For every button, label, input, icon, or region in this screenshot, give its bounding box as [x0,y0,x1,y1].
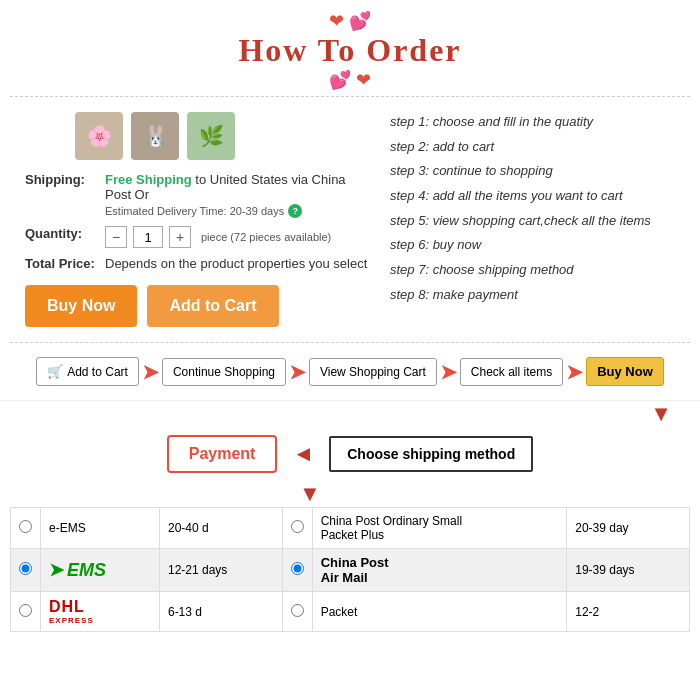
radio-cell-airmail [282,549,312,592]
flow-view-cart-label: View Shopping Cart [320,365,426,379]
quantity-increase-button[interactable]: + [169,226,191,248]
ship-name-ems-ordinary: e-EMS [41,508,160,549]
free-shipping-text: Free Shipping [105,172,192,187]
flow-continue-shopping-label: Continue Shopping [173,365,275,379]
heart-deco-right: 💕 ❤ [329,70,371,90]
product-panel: 🌸 🐰 🌿 Shipping: Free Shipping to United … [20,102,380,337]
page-header: ❤ 💕 How To Order 💕 ❤ [0,0,700,96]
quantity-value: − + piece (72 pieces available) [105,226,375,248]
step-8: step 8: make payment [390,283,670,308]
arrow-3: ➤ [440,360,457,384]
product-image-3: 🌿 [187,112,235,160]
ship-time-packet: 12-2 [567,592,690,632]
ems-arrow: ➤ [49,559,64,581]
table-row: DHLEXPRESS 6-13 d Packet 12-2 [11,592,690,632]
quantity-note: piece (72 pieces available) [201,231,331,243]
ems-text: EMS [67,560,106,581]
shipping-label: Shipping: [25,172,105,187]
ship-time-airmail: 19-39 days [567,549,690,592]
radio-cell-ems [11,549,41,592]
left-arrow-icon: ◄ [292,441,314,467]
flow-buy-now-button[interactable]: Buy Now [586,357,664,386]
radio-cell-right [282,508,312,549]
dhl-express-text: EXPRESS [49,616,151,625]
radio-dhl[interactable] [19,604,32,617]
product-image-2: 🐰 [131,112,179,160]
table-row: e-EMS 20-40 d China Post Ordinary SmallP… [11,508,690,549]
flow-check-items-button[interactable]: Check all items [460,358,563,386]
steps-panel: step 1: choose and fill in the quatity s… [380,102,680,337]
shipping-table: e-EMS 20-40 d China Post Ordinary SmallP… [10,507,690,632]
quantity-label: Quantity: [25,226,105,241]
shipping-value: Free Shipping to United States via China… [105,172,375,218]
arrow-2: ➤ [289,360,306,384]
table-row: ➤ EMS 12-21 days China PostAir Mail 19-3… [11,549,690,592]
payment-row: Payment ◄ Choose shipping method [0,427,700,481]
down-arrow-icon: ▼ [650,401,672,427]
choose-shipping-box[interactable]: Choose shipping method [329,436,533,472]
total-price-label: Total Price: [25,256,105,271]
flow-check-items-label: Check all items [471,365,552,379]
ship-time-dhl: 6-13 d [159,592,282,632]
arrow-4: ➤ [566,360,583,384]
buy-now-button[interactable]: Buy Now [25,285,137,327]
product-image-1: 🌸 [75,112,123,160]
shipping-main-text: Free Shipping to United States via China… [105,172,346,202]
ship-logo-dhl: DHLEXPRESS [41,592,160,632]
page-title: How To Order [0,32,700,69]
china-post-bold-text: China PostAir Mail [321,555,389,585]
product-images: 🌸 🐰 🌿 [25,112,375,160]
dhl-logo: DHLEXPRESS [49,598,151,625]
ship-logo-ems: ➤ EMS [41,549,160,592]
down-arrow-container: ▼ [0,401,700,427]
radio-cell [11,508,41,549]
main-content: 🌸 🐰 🌿 Shipping: Free Shipping to United … [10,96,690,343]
cart-icon: 🛒 [47,364,63,379]
step-6: step 6: buy now [390,233,670,258]
down-arrow-2-container: ▼ [0,481,700,507]
ems-logo: ➤ EMS [49,559,151,581]
radio-packet[interactable] [291,604,304,617]
heart-deco-left: ❤ 💕 [329,11,371,31]
down-arrow-2-icon: ▼ [299,481,321,507]
flow-continue-shopping-button[interactable]: Continue Shopping [162,358,286,386]
flow-add-to-cart-button[interactable]: 🛒 Add to Cart [36,357,139,386]
flow-buy-now-label: Buy Now [597,364,653,379]
radio-airmail[interactable] [291,562,304,575]
flow-view-cart-button[interactable]: View Shopping Cart [309,358,437,386]
shipping-table-wrapper: e-EMS 20-40 d China Post Ordinary SmallP… [0,507,700,642]
quantity-input[interactable] [133,226,163,248]
radio-ems-ordinary[interactable] [19,520,32,533]
shipping-row: Shipping: Free Shipping to United States… [25,172,375,218]
step-4: step 4: add all the items you want to ca… [390,184,670,209]
step-2: step 2: add to cart [390,135,670,160]
total-price-row: Total Price: Depends on the product prop… [25,256,375,271]
ship-time-cn-small: 20-39 day [567,508,690,549]
radio-cn-small[interactable] [291,520,304,533]
payment-button[interactable]: Payment [167,435,278,473]
flow-section: 🛒 Add to Cart ➤ Continue Shopping ➤ View… [0,343,700,401]
quantity-row: Quantity: − + piece (72 pieces available… [25,226,375,248]
add-to-cart-button[interactable]: Add to Cart [147,285,278,327]
total-price-value: Depends on the product properties you se… [105,256,375,271]
step-3: step 3: continue to shopping [390,159,670,184]
action-buttons: Buy Now Add to Cart [25,285,375,327]
quantity-control: − + piece (72 pieces available) [105,226,375,248]
quantity-decrease-button[interactable]: − [105,226,127,248]
ship-time-ems-ordinary: 20-40 d [159,508,282,549]
step-5: step 5: view shopping cart,check all the… [390,209,670,234]
delivery-time: Estimated Delivery Time: 20-39 days ? [105,204,375,218]
step-1: step 1: choose and fill in the quatity [390,110,670,135]
ship-name-airmail: China PostAir Mail [312,549,567,592]
arrow-1: ➤ [142,360,159,384]
radio-cell-dhl [11,592,41,632]
ship-time-ems: 12-21 days [159,549,282,592]
ship-name-cn-small: China Post Ordinary SmallPacket Plus [312,508,567,549]
help-icon[interactable]: ? [288,204,302,218]
radio-ems[interactable] [19,562,32,575]
radio-cell-packet [282,592,312,632]
flow-add-to-cart-label: Add to Cart [67,365,128,379]
ship-name-packet: Packet [312,592,567,632]
step-7: step 7: choose shipping method [390,258,670,283]
